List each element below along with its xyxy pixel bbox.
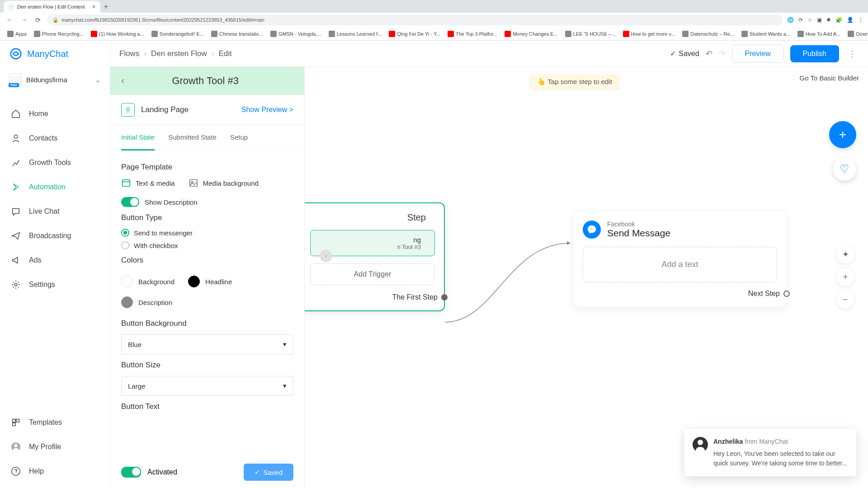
crumb-flows[interactable]: Flows [119, 49, 139, 58]
automation-icon [11, 182, 21, 192]
preview-button[interactable]: Preview [732, 45, 784, 63]
node-title: Send Message [607, 228, 670, 239]
growth-icon [11, 158, 21, 168]
add-text-button[interactable]: Add a text [583, 247, 777, 282]
nav-templates[interactable]: Templates [0, 410, 110, 435]
chevron-right-icon: › [212, 49, 214, 58]
bookmark-item[interactable]: How to get more v... [620, 31, 678, 37]
bookmark-item[interactable]: Sonderangebot! E... [149, 31, 207, 37]
saved-indicator: ✓Saved [670, 49, 699, 58]
next-step-label: Next Step [748, 290, 780, 298]
color-headline[interactable]: Headline [188, 276, 232, 287]
zoom-in-button[interactable]: + [836, 268, 854, 286]
bookmark-item[interactable]: How To Add A... [795, 31, 843, 37]
chat-icon [11, 206, 21, 216]
chat-sender: Anzhelika from ManyChat [713, 437, 848, 446]
reload-icon[interactable]: ⟳ [33, 16, 42, 23]
svg-point-1 [14, 135, 17, 138]
bookmark-item[interactable]: LEE 'S HOUSE –... [562, 31, 618, 37]
bookmark-item[interactable]: The Top 3 Platfor... [445, 31, 500, 37]
more-menu-button[interactable]: ⋮ [845, 49, 859, 59]
bookmark-item[interactable]: Download – Cooki... [845, 31, 868, 37]
chat-notification[interactable]: Anzhelika from ManyChat Hey Leon, You've… [684, 429, 856, 476]
publish-button[interactable]: Publish [790, 45, 839, 62]
trigger-box[interactable]: ng n Tool #3 ‹ [310, 230, 435, 256]
star-icon[interactable]: ☆ [807, 17, 812, 23]
logo[interactable]: ManyChat [0, 41, 110, 67]
forward-icon[interactable]: → [19, 16, 29, 23]
bookmark-item[interactable]: GMSN - Vologda,... [268, 31, 324, 37]
broadcast-icon [11, 231, 21, 241]
bookmark-item[interactable]: Phone Recycling... [31, 31, 86, 37]
add-trigger-button[interactable]: Add Trigger [310, 263, 435, 285]
tab-submitted-state[interactable]: Submitted State [168, 125, 217, 150]
radio-with-checkbox[interactable]: With checkbox [121, 241, 293, 249]
radio-send-messenger[interactable]: Send to messenger [121, 229, 293, 237]
video-icon[interactable]: ▣ [817, 17, 822, 23]
tab-setup[interactable]: Setup [230, 125, 248, 150]
nav-home[interactable]: Home [0, 102, 110, 126]
color-description[interactable]: Description [121, 296, 172, 308]
puzzle-icon[interactable]: 🧩 [835, 17, 842, 23]
bookmark-item[interactable]: (1) How Working a... [88, 31, 147, 37]
menu-icon[interactable]: ⋮ [858, 17, 863, 23]
account-name: Bildungsfirma [26, 76, 90, 84]
connection-handle-icon[interactable] [441, 294, 448, 300]
new-tab-button[interactable]: + [104, 3, 108, 11]
avatar-icon[interactable]: 👤 [847, 17, 854, 23]
undo-button[interactable]: ↶ [706, 49, 712, 59]
option-media-background[interactable]: Media background [189, 178, 259, 188]
show-preview-link[interactable]: Show Preview > [241, 106, 293, 114]
sync-icon[interactable]: ⟳ [798, 17, 803, 23]
home-icon [11, 109, 21, 119]
nav-ads[interactable]: Ads [0, 248, 110, 272]
bookmark-item[interactable]: Money Changes E... [502, 31, 561, 37]
bookmark-item[interactable]: Qing Fei De Yi - Y... [386, 31, 443, 37]
connection-handle-icon[interactable] [783, 291, 790, 297]
option-text-media[interactable]: Text & media [121, 178, 175, 188]
nav-my-profile[interactable]: My Profile [0, 435, 110, 459]
prev-handle-icon[interactable]: ‹ [320, 249, 332, 262]
nav-growth-tools[interactable]: Growth Tools [0, 150, 110, 175]
favorite-fab[interactable]: ♡ [833, 157, 856, 181]
bookmark-item[interactable]: Datenschutz – Re... [679, 31, 737, 37]
nav-settings[interactable]: Settings [0, 272, 110, 297]
nav-help[interactable]: Help [0, 459, 110, 483]
tab-initial-state[interactable]: Initial State [121, 125, 155, 150]
color-background[interactable]: Background [121, 276, 175, 287]
redo-button[interactable]: ↷ [719, 49, 726, 59]
svg-point-7 [14, 444, 17, 447]
browser-tab[interactable]: 📄 Den ersten Flow | Edit Content × [4, 1, 100, 13]
bookmark-item[interactable]: Lessons Learned f... [326, 31, 385, 37]
send-message-node[interactable]: Facebook Send Message Add a text Next St… [574, 211, 786, 307]
nav-contacts[interactable]: Contacts [0, 126, 110, 150]
select-button-size[interactable]: Large▾ [121, 376, 293, 396]
auto-layout-button[interactable]: ✦ [836, 245, 854, 263]
translate-icon[interactable]: 🌐 [787, 17, 794, 23]
account-switcher[interactable]: PRO Bildungsfirma ⌄ [0, 67, 110, 93]
show-description-toggle[interactable] [121, 197, 139, 207]
svg-marker-14 [567, 241, 571, 245]
apps-button[interactable]: Apps [5, 31, 29, 37]
extension-icon[interactable]: ✱ [826, 17, 831, 23]
go-to-basic-builder-link[interactable]: Go To Basic Builder [800, 74, 859, 82]
close-icon[interactable]: × [92, 3, 96, 10]
add-step-fab[interactable]: + [829, 121, 856, 148]
nav-automation[interactable]: Automation [0, 175, 110, 199]
nav-broadcasting[interactable]: Broadcasting [0, 224, 110, 248]
zoom-out-button[interactable]: − [836, 291, 854, 309]
saved-button[interactable]: ✓Saved [244, 464, 293, 481]
help-icon [11, 466, 21, 476]
section-colors: Colors [121, 256, 293, 265]
activated-toggle[interactable] [121, 467, 141, 478]
panel-back-button[interactable]: ‹ [121, 75, 124, 87]
select-button-background[interactable]: Blue▾ [121, 334, 293, 354]
starting-step-node[interactable]: Step ng n Tool #3 ‹ Add Trigger The Firs… [300, 202, 445, 311]
url-field[interactable]: 🔒 manychat.com/fb198150208192061 8/cms/f… [47, 14, 783, 25]
nav-live-chat[interactable]: Live Chat [0, 199, 110, 224]
radio-icon [121, 241, 129, 249]
back-icon[interactable]: ← [5, 16, 14, 23]
crumb-flow-name[interactable]: Den ersten Flow [151, 49, 207, 58]
bookmark-item[interactable]: Chinese translatio... [208, 31, 266, 37]
bookmark-item[interactable]: Student Wants a... [739, 31, 793, 37]
